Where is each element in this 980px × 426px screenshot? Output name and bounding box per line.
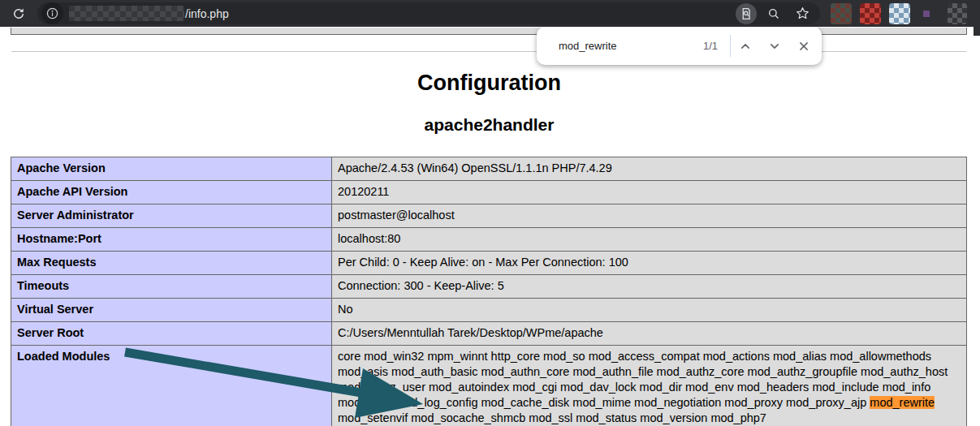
table-row: Apache API Version 20120211 (11, 181, 967, 204)
extension-icon[interactable] (889, 3, 910, 24)
find-bar: mod_rewrite 1/1 (537, 27, 822, 65)
section-title: apache2handler (11, 115, 967, 135)
extension-icon[interactable] (918, 3, 939, 24)
row-value: localhost:80 (332, 228, 967, 252)
find-match-count: 1/1 (703, 40, 718, 52)
find-query-input[interactable]: mod_rewrite (559, 40, 703, 52)
chevron-down-icon[interactable] (760, 32, 789, 61)
row-label: Hostname:Port (11, 228, 332, 252)
divider-line (11, 51, 966, 52)
table-row: Apache Version Apache/2.4.53 (Win64) Ope… (11, 157, 967, 181)
url-text[interactable]: /info.php (185, 7, 229, 20)
config-table: Apache Version Apache/2.4.53 (Win64) Ope… (11, 157, 967, 426)
row-label: Loaded Modules (11, 346, 332, 426)
row-value: core mod_win32 mpm_winnt http_core mod_s… (332, 346, 967, 426)
table-row: Hostname:Port localhost:80 (11, 228, 967, 252)
reload-icon[interactable] (8, 3, 29, 24)
table-row: Virtual Server No (11, 299, 967, 322)
find-in-page-icon[interactable] (736, 3, 757, 24)
row-value: No (332, 299, 967, 322)
row-label: Apache Version (11, 157, 332, 181)
magnifier-icon[interactable] (763, 3, 784, 24)
find-highlighted-match: mod_rewrite (870, 396, 935, 409)
table-row: Timeouts Connection: 300 - Keep-Alive: 5 (11, 275, 967, 299)
row-value: Per Child: 0 - Keep Alive: on - Max Per … (332, 252, 967, 275)
close-icon[interactable] (789, 32, 818, 61)
row-label: Server Root (11, 322, 332, 346)
row-value: postmaster@localhost (332, 204, 967, 228)
extension-icon[interactable] (948, 3, 967, 24)
info-icon[interactable] (41, 2, 63, 24)
page-title: Configuration (11, 71, 967, 96)
modules-before: core mod_win32 mpm_winnt http_core mod_s… (338, 350, 948, 409)
extension-icon[interactable] (831, 3, 852, 24)
row-label: Timeouts (11, 275, 332, 299)
row-label: Server Administrator (11, 204, 332, 228)
star-icon[interactable] (792, 3, 813, 24)
row-label: Virtual Server (11, 299, 332, 322)
table-row: Server Root C:/Users/Menntullah Tarek/De… (11, 322, 967, 346)
row-label: Max Requests (11, 252, 332, 275)
browser-toolbar: /info.php (0, 0, 980, 27)
window-edge (974, 27, 980, 36)
row-value: 20120211 (332, 181, 967, 204)
modules-after: mod_setenvif mod_socache_shmcb mod_ssl m… (338, 411, 766, 424)
table-row-loaded-modules: Loaded Modules core mod_win32 mpm_winnt … (11, 346, 967, 426)
row-label: Apache API Version (11, 181, 332, 204)
extensions-area (831, 3, 967, 24)
extension-icon[interactable] (860, 3, 881, 24)
row-value: Connection: 300 - Keep-Alive: 5 (332, 275, 967, 299)
table-row: Max Requests Per Child: 0 - Keep Alive: … (11, 252, 967, 275)
scrolled-table-remnant (11, 28, 967, 35)
omnibox[interactable]: /info.php (37, 2, 820, 24)
row-value: Apache/2.4.53 (Win64) OpenSSL/1.1.1n PHP… (332, 157, 967, 181)
url-redacted-mosaic (69, 6, 184, 21)
chevron-up-icon[interactable] (731, 32, 760, 61)
row-value: C:/Users/Menntullah Tarek/Desktop/WPme/a… (332, 322, 967, 346)
table-row: Server Administrator postmaster@localhos… (11, 204, 967, 228)
